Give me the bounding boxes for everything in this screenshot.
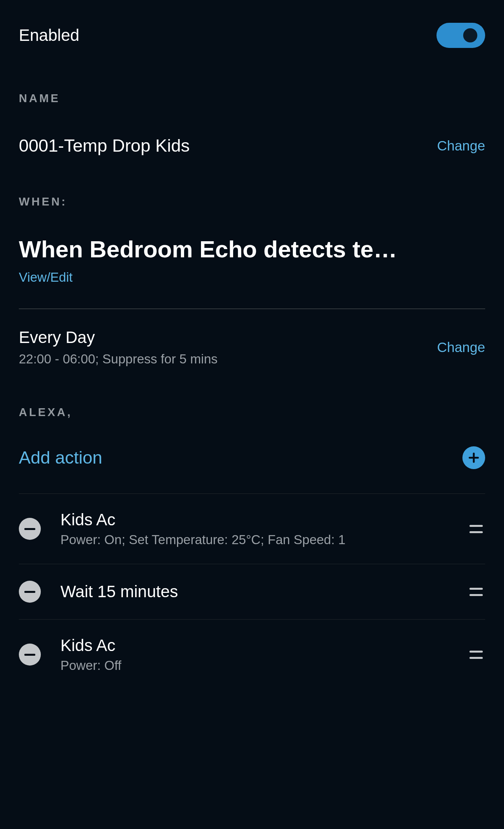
section-header-name: NAME <box>19 92 485 105</box>
section-header-alexa: ALEXA, <box>19 406 485 419</box>
action-detail: Power: Off <box>60 658 450 673</box>
schedule-detail: 22:00 - 06:00; Suppress for 5 mins <box>19 352 217 367</box>
schedule-title: Every Day <box>19 328 217 347</box>
action-item[interactable]: Wait 15 minutes <box>19 564 485 619</box>
enabled-label: Enabled <box>19 26 79 45</box>
remove-action-icon[interactable] <box>19 644 41 666</box>
trigger-title: When Bedroom Echo detects te… <box>19 236 411 263</box>
action-item[interactable]: Kids Ac Power: Off <box>19 620 485 690</box>
action-title: Wait 15 minutes <box>60 582 450 601</box>
action-item[interactable]: Kids Ac Power: On; Set Temperature: 25°C… <box>19 494 485 564</box>
divider <box>19 308 485 309</box>
remove-action-icon[interactable] <box>19 518 41 540</box>
drag-handle-icon[interactable] <box>469 588 485 596</box>
section-header-when: WHEN: <box>19 195 485 208</box>
action-detail: Power: On; Set Temperature: 25°C; Fan Sp… <box>60 532 450 547</box>
drag-handle-icon[interactable] <box>469 525 485 533</box>
add-action-label: Add action <box>19 448 102 468</box>
action-title: Kids Ac <box>60 510 450 529</box>
change-schedule-link[interactable]: Change <box>437 339 485 355</box>
add-action-row[interactable]: Add action <box>19 446 485 493</box>
remove-action-icon[interactable] <box>19 581 41 603</box>
enabled-toggle[interactable] <box>436 23 485 48</box>
plus-icon[interactable] <box>462 446 485 469</box>
change-name-link[interactable]: Change <box>437 138 485 154</box>
toggle-knob <box>463 28 477 42</box>
action-title: Kids Ac <box>60 636 450 655</box>
drag-handle-icon[interactable] <box>469 651 485 659</box>
view-edit-link[interactable]: View/Edit <box>19 270 485 285</box>
routine-name: 0001-Temp Drop Kids <box>19 136 190 156</box>
